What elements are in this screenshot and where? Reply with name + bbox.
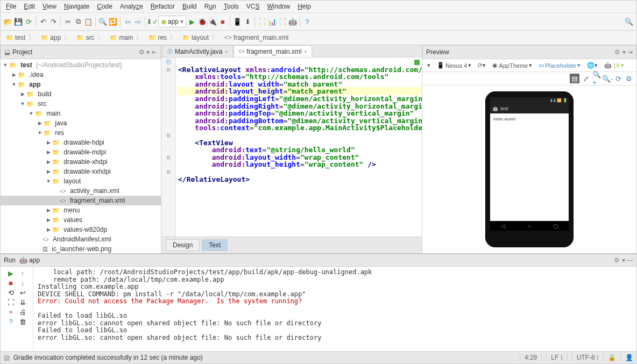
tab-fragment-main[interactable]: <>fragment_main.xml× [233,45,312,57]
menu-build[interactable]: Build [179,2,200,11]
replace-icon[interactable]: 🔁 [109,17,117,26]
open-icon[interactable]: 📂 [4,17,12,26]
save-icon[interactable]: 💾 [14,17,23,26]
api-dropdown[interactable]: 🤖19▾ [603,61,625,69]
theme-dropdown[interactable]: ◉ AppTheme▾ [491,61,534,69]
insert-mode-icon[interactable]: 🔒 [603,354,616,361]
menu-navigate[interactable]: Navigate [61,2,93,11]
close-icon[interactable]: × [304,48,307,55]
console-output[interactable]: local path: /root/AndroidStudioProjects/… [33,267,636,351]
device-dropdown[interactable]: 📱 Nexus 4▾ [435,61,473,69]
settings-icon[interactable]: ⚙ [625,74,633,83]
menu-help[interactable]: Help [294,2,314,11]
preview-header[interactable]: Preview ⚙ ▾ ⇥ [422,45,636,59]
rerun-icon[interactable]: ▶ [6,269,15,277]
sync-icon[interactable]: ⟳ [24,17,33,26]
softwrap-icon[interactable]: ↩ [18,288,27,297]
menu-vcs[interactable]: VCS [243,2,263,11]
fragment-dropdown[interactable]: ▭ Placeholder▾ [537,61,582,69]
down-icon[interactable]: ↓ [18,279,27,287]
project-settings-icon[interactable]: ⚙ ▾ [139,48,150,56]
crumb-layout[interactable]: 📁layout〉 [180,33,222,42]
menu-edit[interactable]: Edit [20,2,38,11]
close-icon[interactable]: × [6,308,15,316]
undo-icon[interactable]: ↶ [39,17,47,26]
sdk-icon[interactable]: ⬇ [243,17,252,26]
render-dropdown[interactable]: ▾ [426,61,432,69]
status-icon[interactable]: ▤ [4,354,10,361]
tree-item-fragment-main[interactable]: <> fragment_main.xml [1,196,161,205]
run-config-combo[interactable]: ▣ app▾ [158,16,186,27]
hide-icon[interactable]: ⇥ [627,48,633,56]
crumb-app[interactable]: 📁app〉 [39,33,74,42]
zoom-fit-icon[interactable]: ⤢ [582,74,590,83]
stop-icon[interactable]: ■ [6,279,15,287]
caret-position[interactable]: 4:29 [520,354,537,361]
menu-analyze[interactable]: Analyze [117,2,146,11]
project-header[interactable]: ⬓Project ⚙ ▾ ⇤ [1,45,161,59]
back-icon[interactable]: ⇦ [123,17,132,26]
menu-window[interactable]: Window [264,2,293,11]
tab-mainactivity[interactable]: ⓒMainActivity.java× [162,45,233,57]
project-tree[interactable]: ▼📁 test (~/AndroidStudioProjects/test) ▶… [1,59,161,253]
crumb-test[interactable]: 📁test〉 [4,33,39,42]
monitor-icon[interactable]: ⛶ [258,17,266,26]
copy-icon[interactable]: ⧉ [74,17,82,26]
crumb-file[interactable]: <>fragment_main.xml [222,34,291,41]
inspection-status-icon[interactable] [414,60,420,65]
forward-icon[interactable]: ⇨ [133,17,142,26]
run-icon[interactable]: ▶ [188,17,196,26]
menu-file[interactable]: File [3,2,19,11]
menu-refactor[interactable]: Refactor [147,2,178,11]
crumb-main[interactable]: 📁main〉 [108,33,146,42]
encoding[interactable]: UTF-8 ⁞ [567,354,599,361]
menu-run[interactable]: Run [201,2,220,11]
zoom-in-icon[interactable]: 🔍+ [592,74,601,83]
preview-canvas[interactable]: ▮▮📶🔋 🤖test Hello world! ◁○▢ [422,85,636,253]
layout-icon[interactable]: ⛶ [6,298,15,306]
up-icon[interactable]: ↑ [18,269,27,277]
attach-debugger-icon[interactable]: 🔌 [208,17,217,26]
redo-icon[interactable]: ↷ [49,17,58,26]
menu-view[interactable]: View [39,2,60,11]
zoom-out-icon[interactable]: 🔍- [603,74,612,83]
design-tab[interactable]: Design [166,239,200,251]
scroll-icon[interactable]: ⇊ [18,298,27,306]
code-editor[interactable]: ⓒ ⊟ ⊟ ⊡ ⊡ <RelativeLayout xmlns:android=… [161,58,422,237]
preview-toolbar: ▾ 📱 Nexus 4▾ ⟳▾ ◉ AppTheme▾ ▭ Placeholde… [422,59,636,72]
restart-icon[interactable]: ⟲ [6,288,15,297]
collapse-icon[interactable]: ⇤ [152,48,157,56]
android-icon[interactable]: 🤖 [288,17,297,26]
crumb-src[interactable]: 📁src〉 [74,33,108,42]
debug-icon[interactable]: 🐞 [198,17,207,26]
cut-icon[interactable]: ✂ [63,17,72,26]
viewport-icon[interactable]: ▤ [570,74,579,83]
gear-icon[interactable]: ⚙ ▾ [614,256,625,264]
paste-icon[interactable]: 📋 [84,17,93,26]
screenshot-icon[interactable]: ⛶ [278,17,287,26]
help-icon[interactable]: ? [303,17,312,26]
close-icon[interactable]: × [224,48,228,55]
orientation-dropdown[interactable]: ⟳▾ [476,61,487,69]
stop-icon[interactable]: ■ [218,17,227,26]
refresh-icon[interactable]: ⟳ [614,74,622,83]
find-icon[interactable]: 🔍 [98,17,107,26]
avd-icon[interactable]: 📱 [233,17,242,26]
print-icon[interactable]: 🖨 [18,308,27,316]
help-icon[interactable]: ? [6,317,15,326]
locale-dropdown[interactable]: 🌐▾ [585,61,599,69]
run-header[interactable]: Run 🤖 app ⚙ ▾ — [1,254,636,267]
line-separator[interactable]: LF ⁞ [541,354,562,361]
hector-icon[interactable]: 👤 [620,354,633,361]
menu-tools[interactable]: Tools [221,2,242,11]
crumb-res[interactable]: 📁res〉 [146,33,180,42]
clear-icon[interactable]: 🗑 [18,317,27,326]
gear-icon[interactable]: ⚙ ▾ [614,48,625,56]
text-tab[interactable]: Text [202,239,228,251]
make-icon[interactable]: ⬇✓ [148,17,157,26]
search-everywhere-icon[interactable]: 🔍 [625,17,633,26]
hide-icon[interactable]: — [627,256,633,264]
run-tool-window: Run 🤖 app ⚙ ▾ — ▶↑ ■↓ ⟲↩ ⛶⇊ ×🖨 ?🗑 local … [1,253,636,351]
ddms-icon[interactable]: 📊 [268,17,277,26]
menu-code[interactable]: Code [94,2,116,11]
